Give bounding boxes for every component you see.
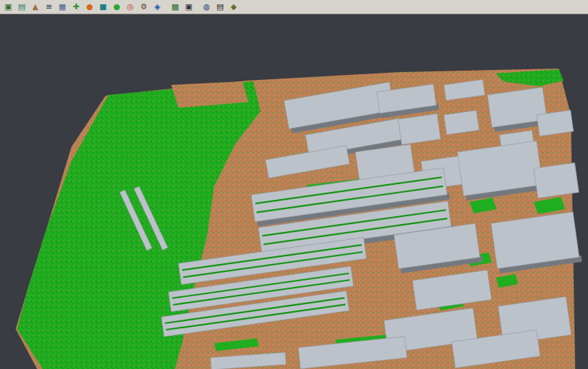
settings-icon[interactable]: ⚙ — [138, 1, 150, 13]
layers-icon[interactable]: ≡ — [43, 1, 55, 13]
shade-icon[interactable]: ▤ — [214, 1, 226, 13]
target-icon[interactable]: ◎ — [124, 1, 136, 13]
terrain-icon[interactable]: ▲ — [29, 1, 41, 13]
layers-icon-glyph: ≡ — [46, 3, 52, 11]
toolbar: ▣▤▲≡▦✚●■●◎⚙◈▩▣◍▤◆ — [0, 0, 588, 14]
measure-icon-glyph: ◆ — [230, 3, 236, 11]
add-pointcloud-icon[interactable]: ✚ — [70, 1, 82, 13]
palette-icon[interactable]: ■ — [97, 1, 109, 13]
measure-icon[interactable]: ◆ — [228, 1, 240, 13]
3d-viewport[interactable] — [0, 15, 588, 369]
segment-icon[interactable]: ◈ — [151, 1, 163, 13]
vegetation-class-icon-glyph: ● — [113, 3, 121, 11]
target-icon-glyph: ◎ — [127, 3, 134, 11]
palette-icon-glyph: ■ — [99, 3, 106, 11]
add-pointcloud-icon-glyph: ✚ — [73, 3, 79, 11]
select-tool-icon-glyph: ▣ — [4, 3, 11, 11]
cube-icon[interactable]: ▣ — [183, 1, 195, 13]
vegetation-class-icon[interactable]: ● — [111, 1, 123, 13]
cube-icon-glyph: ▣ — [185, 3, 192, 11]
select-tool-icon[interactable]: ▣ — [2, 1, 14, 13]
classify-icon[interactable]: ● — [83, 1, 96, 13]
terrain-icon-glyph: ▲ — [32, 3, 38, 11]
grid-icon-glyph: ▦ — [59, 3, 66, 11]
zoom-extent-icon[interactable]: ▤ — [16, 1, 28, 13]
toolbar-icons: ▣▤▲≡▦✚●■●◎⚙◈▩▣◍▤◆ — [1, 0, 240, 14]
settings-icon-glyph: ⚙ — [141, 3, 148, 11]
mesh-icon-glyph: ▩ — [171, 3, 178, 11]
classify-icon-glyph: ● — [86, 3, 93, 11]
grid-icon[interactable]: ▦ — [56, 1, 69, 13]
shade-icon-glyph: ▤ — [216, 3, 223, 11]
mesh-icon[interactable]: ▩ — [169, 1, 181, 13]
pointcloud-scene — [0, 15, 588, 369]
globe-icon[interactable]: ◍ — [201, 1, 213, 13]
segment-icon-glyph: ◈ — [154, 3, 160, 11]
zoom-extent-icon-glyph: ▤ — [18, 3, 25, 11]
globe-icon-glyph: ◍ — [203, 3, 211, 11]
application-window: ▣▤▲≡▦✚●■●◎⚙◈▩▣◍▤◆ — [0, 0, 588, 369]
